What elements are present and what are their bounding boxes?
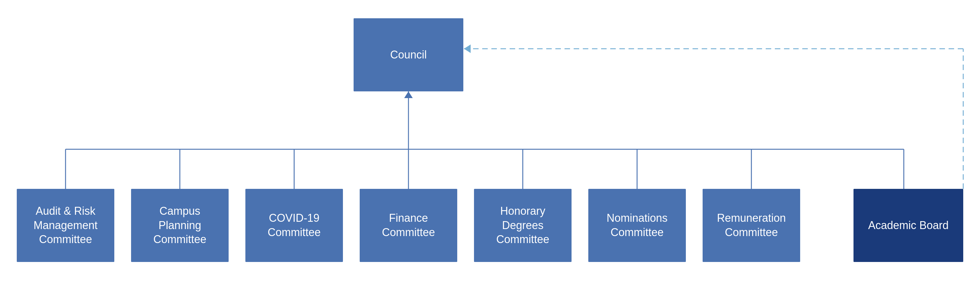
- campus-committee-node: Campus Planning Committee: [131, 189, 229, 262]
- finance-label: Finance Committee: [366, 211, 451, 240]
- honorary-committee-node: Honorary Degrees Committee: [474, 189, 571, 262]
- academic-board-node: Academic Board: [853, 189, 963, 262]
- finance-committee-node: Finance Committee: [360, 189, 457, 262]
- covid-committee-node: COVID-19 Committee: [245, 189, 343, 262]
- audit-label: Audit & Risk Management Committee: [23, 204, 108, 247]
- covid-label: COVID-19 Committee: [251, 211, 337, 240]
- org-chart: Council Audit & Risk Management Committe…: [0, 0, 980, 304]
- remuneration-committee-node: Remuneration Committee: [703, 189, 800, 262]
- campus-label: Campus Planning Committee: [137, 204, 223, 247]
- audit-committee-node: Audit & Risk Management Committee: [17, 189, 114, 262]
- nominations-committee-node: Nominations Committee: [588, 189, 686, 262]
- svg-marker-13: [464, 44, 471, 53]
- council-label: Council: [390, 48, 427, 62]
- council-node: Council: [353, 18, 463, 91]
- honorary-label: Honorary Degrees Committee: [480, 204, 565, 247]
- svg-marker-1: [404, 91, 413, 98]
- remuneration-label: Remuneration Committee: [709, 211, 794, 240]
- academic-board-label: Academic Board: [868, 218, 948, 233]
- nominations-label: Nominations Committee: [594, 211, 680, 240]
